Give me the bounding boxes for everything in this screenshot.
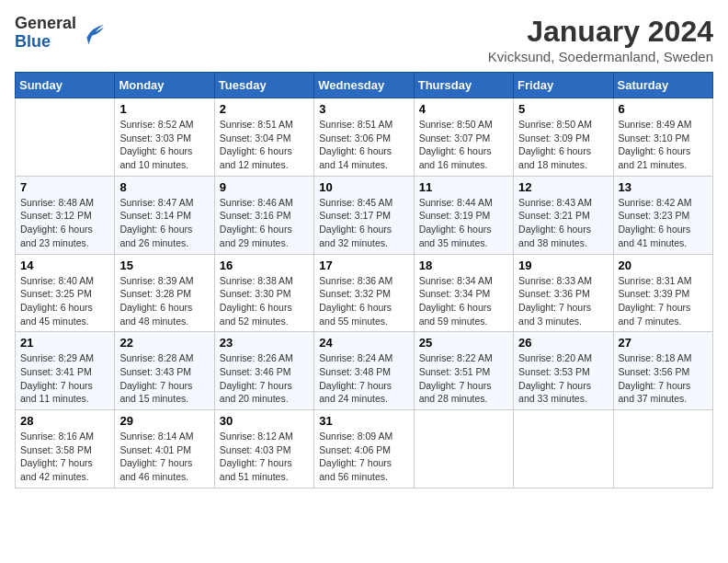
day-number: 22 [119,336,209,350]
day-number: 12 [518,180,608,194]
day-info: Sunrise: 8:22 AMSunset: 3:51 PMDaylight:… [419,351,508,406]
page-header: General Blue January 2024 Kvicksund, Soe… [15,15,713,64]
calendar-cell: 6Sunrise: 8:49 AMSunset: 3:10 PMDaylight… [613,98,712,177]
day-number: 8 [119,180,209,194]
day-info: Sunrise: 8:36 AMSunset: 3:32 PMDaylight:… [319,274,408,328]
weekday-header-monday: Monday [115,73,214,98]
day-info: Sunrise: 8:09 AMSunset: 4:06 PMDaylight:… [319,430,408,484]
weekday-header-tuesday: Tuesday [214,73,313,98]
calendar-cell: 15Sunrise: 8:39 AMSunset: 3:28 PMDayligh… [115,254,214,332]
calendar-cell: 31Sunrise: 8:09 AMSunset: 4:06 PMDayligh… [314,410,414,488]
day-info: Sunrise: 8:28 AMSunset: 3:43 PMDaylight:… [119,351,209,406]
day-number: 7 [20,180,109,194]
title-block: January 2024 Kvicksund, Soedermanland, S… [488,15,713,64]
logo-blue: Blue [15,33,76,52]
day-number: 15 [119,259,209,272]
day-info: Sunrise: 8:39 AMSunset: 3:28 PMDaylight:… [119,274,209,328]
day-number: 21 [20,336,109,350]
logo-bird-icon [80,20,106,46]
calendar-cell [514,410,613,488]
logo-general: General [15,15,76,33]
calendar-cell: 28Sunrise: 8:16 AMSunset: 3:58 PMDayligh… [16,410,115,488]
day-number: 11 [419,180,508,194]
day-number: 9 [220,180,309,194]
day-info: Sunrise: 8:31 AMSunset: 3:39 PMDaylight:… [619,274,708,328]
calendar-cell: 25Sunrise: 8:22 AMSunset: 3:51 PMDayligh… [414,332,513,410]
day-number: 29 [119,414,209,428]
day-info: Sunrise: 8:50 AMSunset: 3:09 PMDaylight:… [518,118,608,172]
day-info: Sunrise: 8:42 AMSunset: 3:23 PMDaylight:… [619,196,708,250]
day-number: 14 [20,259,109,272]
day-number: 2 [220,102,309,116]
day-info: Sunrise: 8:48 AMSunset: 3:12 PMDaylight:… [20,196,109,250]
day-info: Sunrise: 8:40 AMSunset: 3:25 PMDaylight:… [20,274,109,328]
day-number: 28 [20,414,109,428]
calendar-cell: 19Sunrise: 8:33 AMSunset: 3:36 PMDayligh… [514,254,613,332]
day-number: 6 [619,102,708,116]
calendar-cell: 12Sunrise: 8:43 AMSunset: 3:21 PMDayligh… [514,176,613,254]
day-number: 25 [419,336,508,350]
day-number: 16 [220,259,309,272]
day-info: Sunrise: 8:51 AMSunset: 3:06 PMDaylight:… [319,118,408,172]
day-info: Sunrise: 8:34 AMSunset: 3:34 PMDaylight:… [419,274,508,328]
day-info: Sunrise: 8:29 AMSunset: 3:41 PMDaylight:… [20,351,109,406]
calendar-cell: 14Sunrise: 8:40 AMSunset: 3:25 PMDayligh… [16,254,115,332]
day-info: Sunrise: 8:16 AMSunset: 3:58 PMDaylight:… [20,430,109,484]
calendar-cell: 2Sunrise: 8:51 AMSunset: 3:04 PMDaylight… [214,98,313,177]
day-number: 17 [319,259,408,272]
day-info: Sunrise: 8:50 AMSunset: 3:07 PMDaylight:… [419,118,508,172]
calendar-cell: 24Sunrise: 8:24 AMSunset: 3:48 PMDayligh… [314,332,414,410]
day-number: 27 [619,336,708,350]
week-row-5: 28Sunrise: 8:16 AMSunset: 3:58 PMDayligh… [16,410,713,488]
day-info: Sunrise: 8:26 AMSunset: 3:46 PMDaylight:… [220,351,309,406]
calendar-cell: 11Sunrise: 8:44 AMSunset: 3:19 PMDayligh… [414,176,513,254]
calendar-cell: 16Sunrise: 8:38 AMSunset: 3:30 PMDayligh… [214,254,313,332]
week-row-4: 21Sunrise: 8:29 AMSunset: 3:41 PMDayligh… [16,332,713,410]
day-info: Sunrise: 8:33 AMSunset: 3:36 PMDaylight:… [518,274,608,328]
calendar-cell: 21Sunrise: 8:29 AMSunset: 3:41 PMDayligh… [16,332,115,410]
week-row-2: 7Sunrise: 8:48 AMSunset: 3:12 PMDaylight… [16,176,713,254]
calendar-cell [414,410,513,488]
day-number: 30 [220,414,309,428]
day-info: Sunrise: 8:18 AMSunset: 3:56 PMDaylight:… [619,351,708,406]
day-number: 20 [619,259,708,272]
weekday-header-thursday: Thursday [414,73,513,98]
week-row-1: 1Sunrise: 8:52 AMSunset: 3:03 PMDaylight… [16,98,713,177]
day-info: Sunrise: 8:46 AMSunset: 3:16 PMDaylight:… [220,196,309,250]
week-row-3: 14Sunrise: 8:40 AMSunset: 3:25 PMDayligh… [16,254,713,332]
calendar-cell: 4Sunrise: 8:50 AMSunset: 3:07 PMDaylight… [414,98,513,177]
day-number: 1 [119,102,209,116]
day-info: Sunrise: 8:38 AMSunset: 3:30 PMDaylight:… [220,274,309,328]
calendar-cell: 29Sunrise: 8:14 AMSunset: 4:01 PMDayligh… [115,410,214,488]
calendar-cell: 18Sunrise: 8:34 AMSunset: 3:34 PMDayligh… [414,254,513,332]
calendar-cell: 5Sunrise: 8:50 AMSunset: 3:09 PMDaylight… [514,98,613,177]
calendar-cell: 13Sunrise: 8:42 AMSunset: 3:23 PMDayligh… [613,176,712,254]
day-info: Sunrise: 8:43 AMSunset: 3:21 PMDaylight:… [518,196,608,250]
day-info: Sunrise: 8:24 AMSunset: 3:48 PMDaylight:… [319,351,408,406]
day-number: 23 [220,336,309,350]
calendar-cell: 8Sunrise: 8:47 AMSunset: 3:14 PMDaylight… [115,176,214,254]
day-number: 31 [319,414,408,428]
calendar-cell: 1Sunrise: 8:52 AMSunset: 3:03 PMDaylight… [115,98,214,177]
weekday-header-friday: Friday [514,73,613,98]
day-info: Sunrise: 8:12 AMSunset: 4:03 PMDaylight:… [220,430,309,484]
calendar-cell: 3Sunrise: 8:51 AMSunset: 3:06 PMDaylight… [314,98,414,177]
logo: General Blue [15,15,106,52]
calendar-cell: 7Sunrise: 8:48 AMSunset: 3:12 PMDaylight… [16,176,115,254]
calendar-cell: 23Sunrise: 8:26 AMSunset: 3:46 PMDayligh… [214,332,313,410]
day-info: Sunrise: 8:14 AMSunset: 4:01 PMDaylight:… [119,430,209,484]
day-number: 26 [518,336,608,350]
day-number: 18 [419,259,508,272]
calendar-table: SundayMondayTuesdayWednesdayThursdayFrid… [15,72,713,488]
calendar-cell: 26Sunrise: 8:20 AMSunset: 3:53 PMDayligh… [514,332,613,410]
calendar-cell: 9Sunrise: 8:46 AMSunset: 3:16 PMDaylight… [214,176,313,254]
weekday-header-wednesday: Wednesday [314,73,414,98]
calendar-cell: 10Sunrise: 8:45 AMSunset: 3:17 PMDayligh… [314,176,414,254]
day-info: Sunrise: 8:51 AMSunset: 3:04 PMDaylight:… [220,118,309,172]
day-number: 3 [319,102,408,116]
day-number: 4 [419,102,508,116]
calendar-cell: 20Sunrise: 8:31 AMSunset: 3:39 PMDayligh… [613,254,712,332]
weekday-header-sunday: Sunday [16,73,115,98]
calendar-cell: 17Sunrise: 8:36 AMSunset: 3:32 PMDayligh… [314,254,414,332]
day-info: Sunrise: 8:20 AMSunset: 3:53 PMDaylight:… [518,351,608,406]
